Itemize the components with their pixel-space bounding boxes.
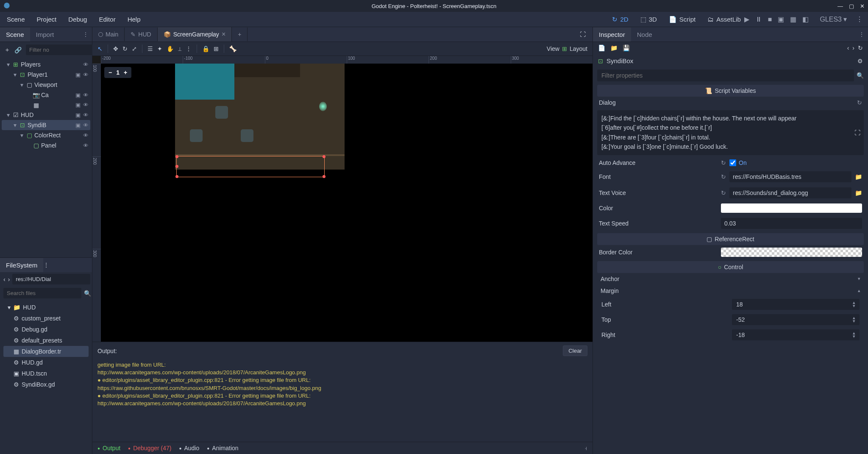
margin-collapse[interactable]: Margin▴ xyxy=(597,285,864,297)
snap-icon[interactable]: ✦ xyxy=(157,45,162,52)
mode-assetlib[interactable]: 🗂AssetLib xyxy=(704,14,744,25)
fs-item[interactable]: ⚙custom_preset xyxy=(3,313,89,324)
scale-tool-icon[interactable]: ⤢ xyxy=(132,45,137,52)
gles-dropdown[interactable]: GLES3▾ xyxy=(820,15,847,23)
color-swatch[interactable] xyxy=(721,203,862,213)
minimize-icon[interactable]: — xyxy=(837,3,843,9)
play-button[interactable]: ▶ xyxy=(744,15,749,23)
margin-left-input[interactable]: 18▴▾ xyxy=(732,299,860,310)
folder-icon[interactable]: 📁 xyxy=(855,189,862,196)
lock-icon[interactable]: 🔒 xyxy=(202,45,209,52)
close-icon[interactable]: ✕ xyxy=(860,3,865,9)
fs-item[interactable]: ▾📁HUD xyxy=(3,302,89,313)
tab-scene[interactable]: Scene xyxy=(0,28,30,42)
menu-scene[interactable]: Scene xyxy=(5,13,27,25)
mode-script[interactable]: 📄Script xyxy=(665,14,699,25)
tab-audio[interactable]: Audio xyxy=(179,445,199,451)
expand-viewport-icon[interactable]: ⛶ xyxy=(576,31,589,38)
fs-item[interactable]: ⚙HUD.gd xyxy=(3,357,89,368)
reset-icon[interactable]: ↻ xyxy=(721,159,726,166)
movie-button[interactable]: ◧ xyxy=(802,15,809,23)
text-speed-field[interactable] xyxy=(721,218,862,229)
fs-item[interactable]: ▦DialogBorder.tr xyxy=(3,346,89,357)
tree-item[interactable]: 📷Ca▣👁 xyxy=(2,90,90,100)
panel-options-icon[interactable]: ⋮ xyxy=(79,31,92,38)
reset-icon[interactable]: ↻ xyxy=(721,173,726,180)
inspector-filter-input[interactable] xyxy=(597,70,854,81)
fs-item[interactable]: ⚙Debug.gd xyxy=(3,324,89,335)
search-icon[interactable]: 🔍 xyxy=(857,70,864,81)
expand-icon[interactable]: ⛶ xyxy=(854,128,860,137)
fs-tree[interactable]: ▾📁HUD⚙custom_preset⚙Debug.gd⚙default_pre… xyxy=(0,300,92,454)
tab-filesystem[interactable]: FileSystem xyxy=(0,258,43,272)
tree-item[interactable]: ▾▢Viewport xyxy=(2,80,90,90)
tree-item[interactable]: ▾⊞Players👁 xyxy=(2,59,90,70)
layout-button[interactable]: Layout xyxy=(570,45,587,52)
dialog-text-field[interactable]: ⛶ [&:]Find the [`c]hidden chairs[`r] wit… xyxy=(597,110,864,155)
tree-item[interactable]: ▢Panel👁 xyxy=(2,140,90,150)
tab-import[interactable]: Import xyxy=(30,28,60,42)
ruler-icon[interactable]: ⟂ xyxy=(178,45,181,52)
tab-inspector[interactable]: Inspector xyxy=(593,28,631,42)
tree-item[interactable]: ▾☑HUD▣👁 xyxy=(2,110,90,120)
tab-animation[interactable]: Animation xyxy=(207,445,238,451)
insp-new-icon[interactable]: 📄 xyxy=(598,45,605,51)
tree-item[interactable]: ▾⊡SyndiB▣👁 xyxy=(2,120,90,130)
margin-right-input[interactable]: -18▴▾ xyxy=(732,329,860,340)
settings-icon[interactable]: ⋮ xyxy=(856,15,863,23)
fs-forward-icon[interactable]: › xyxy=(8,276,10,283)
add-node-icon[interactable]: ＋ xyxy=(4,46,10,54)
font-field[interactable] xyxy=(729,171,851,182)
rotate-tool-icon[interactable]: ↻ xyxy=(122,45,128,52)
section-script-variables[interactable]: 📜 Script Variables xyxy=(597,85,864,97)
reset-icon[interactable]: ↻ xyxy=(721,189,726,196)
section-control[interactable]: ○ Control xyxy=(597,261,864,273)
tree-item[interactable]: ▾⊡Player1▣👁 xyxy=(2,70,90,80)
group-icon[interactable]: ⊞ xyxy=(214,45,219,52)
move-tool-icon[interactable]: ✥ xyxy=(113,45,118,52)
select-tool-icon[interactable]: ↖ xyxy=(97,45,103,52)
viewport-tab[interactable]: 📦ScreenGameplay× xyxy=(158,27,232,42)
mode-3d[interactable]: ⬚3D xyxy=(637,14,660,25)
viewport-tab[interactable]: Main xyxy=(92,28,125,41)
text-voice-field[interactable] xyxy=(729,187,851,198)
link-icon[interactable]: 🔗 xyxy=(14,47,22,53)
fs-item[interactable]: ⚙default_presets xyxy=(3,335,89,346)
fs-back-icon[interactable]: ‹ xyxy=(3,276,6,283)
insp-save-icon[interactable]: 💾 xyxy=(623,45,630,51)
bone-icon[interactable]: 🦴 xyxy=(229,45,236,52)
fs-path-input[interactable] xyxy=(12,274,90,284)
scene-tree[interactable]: ▾⊞Players👁▾⊡Player1▣👁▾▢Viewport📷Ca▣👁▦▣👁▾… xyxy=(0,58,92,257)
folder-icon[interactable]: 📁 xyxy=(855,173,862,180)
tree-item[interactable]: ▦▣👁 xyxy=(2,100,90,110)
fs-item[interactable]: ⚙SyndiBox.gd xyxy=(3,379,89,390)
fs-item[interactable]: ▣HUD.tscn xyxy=(3,368,89,379)
layout-grid-icon[interactable]: ⊞ xyxy=(562,45,567,52)
fs-search-input[interactable] xyxy=(3,288,81,298)
panel-layout-icon[interactable]: ⫞ xyxy=(584,445,587,451)
tree-item[interactable]: ▾▢ColorRect👁 xyxy=(2,130,90,140)
zoom-out-icon[interactable]: − xyxy=(108,69,112,76)
menu-project[interactable]: Project xyxy=(35,13,58,25)
auto-advance-checkbox[interactable]: On xyxy=(729,159,747,166)
insp-history-icon[interactable]: ↻ xyxy=(858,45,863,51)
more-tools-icon[interactable]: ⋮ xyxy=(186,45,192,52)
mode-2d[interactable]: ↻2D xyxy=(609,14,632,25)
insp-back-icon[interactable]: ‹ xyxy=(847,45,849,51)
view-button[interactable]: View xyxy=(547,45,559,52)
menu-debug[interactable]: Debug xyxy=(67,13,89,25)
tab-output[interactable]: Output xyxy=(97,445,120,451)
zoom-in-icon[interactable]: + xyxy=(124,69,127,76)
clear-button[interactable]: Clear xyxy=(563,345,587,356)
play-scene-button[interactable]: ▣ xyxy=(778,15,784,23)
viewport-2d[interactable]: -200-1000100200300 100200300 xyxy=(92,56,593,342)
list-icon[interactable]: ☰ xyxy=(147,45,153,52)
fs-options-icon[interactable]: ⋮ xyxy=(43,262,49,268)
insp-load-icon[interactable]: 📁 xyxy=(610,45,618,51)
anchor-collapse[interactable]: Anchor▾ xyxy=(597,273,864,285)
play-custom-button[interactable]: ▦ xyxy=(790,15,796,23)
stop-button[interactable]: ■ xyxy=(768,16,772,23)
output-log[interactable]: getting image file from URL:http://www.a… xyxy=(92,359,593,442)
menu-editor[interactable]: Editor xyxy=(97,13,117,25)
inspector-options-icon[interactable]: ⋮ xyxy=(855,31,868,38)
